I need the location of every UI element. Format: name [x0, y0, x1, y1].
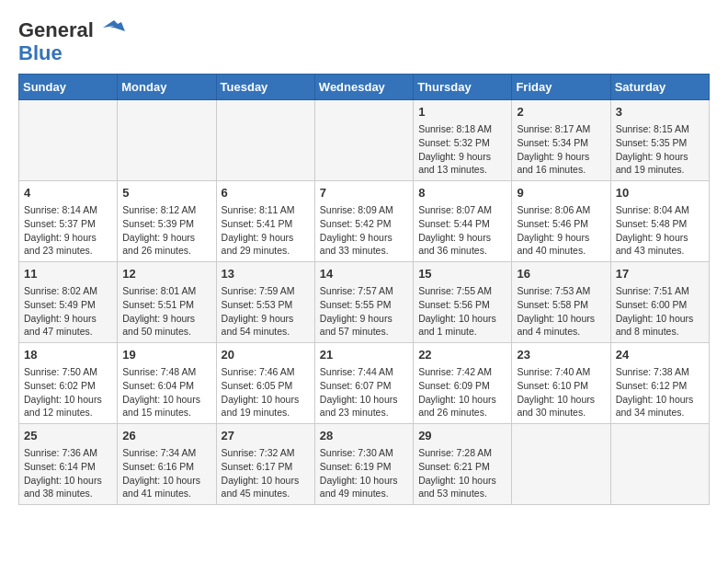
- day-content: Sunrise: 8:12 AM Sunset: 5:39 PM Dayligh…: [122, 203, 210, 258]
- calendar-week-row: 11Sunrise: 8:02 AM Sunset: 5:49 PM Dayli…: [19, 262, 710, 343]
- day-number: 28: [320, 428, 408, 444]
- day-number: 26: [122, 428, 210, 444]
- day-number: 7: [320, 185, 408, 201]
- day-content: Sunrise: 7:40 AM Sunset: 6:10 PM Dayligh…: [517, 365, 605, 419]
- calendar-cell: [512, 423, 610, 504]
- calendar-cell: [118, 100, 216, 181]
- day-number: 17: [616, 266, 704, 282]
- logo-blue: Blue: [18, 42, 127, 64]
- calendar-cell: [314, 100, 413, 181]
- calendar-cell: 9Sunrise: 8:06 AM Sunset: 5:46 PM Daylig…: [512, 181, 610, 262]
- day-number: 6: [222, 185, 310, 201]
- page-header: General Blue: [18, 18, 710, 64]
- calendar-cell: 11Sunrise: 8:02 AM Sunset: 5:49 PM Dayli…: [19, 262, 118, 343]
- day-content: Sunrise: 8:11 AM Sunset: 5:41 PM Dayligh…: [222, 203, 310, 258]
- day-number: 3: [616, 104, 704, 121]
- day-content: Sunrise: 7:32 AM Sunset: 6:17 PM Dayligh…: [222, 446, 310, 500]
- day-number: 5: [122, 185, 210, 201]
- day-number: 16: [517, 266, 605, 282]
- day-number: 24: [616, 347, 704, 363]
- day-number: 9: [517, 185, 605, 201]
- day-header-friday: Friday: [512, 75, 610, 100]
- day-content: Sunrise: 7:38 AM Sunset: 6:12 PM Dayligh…: [616, 365, 704, 419]
- day-content: Sunrise: 7:36 AM Sunset: 6:14 PM Dayligh…: [24, 446, 112, 500]
- day-number: 4: [24, 185, 112, 201]
- day-number: 18: [24, 347, 112, 363]
- calendar-header-row: SundayMondayTuesdayWednesdayThursdayFrid…: [19, 75, 710, 100]
- day-number: 20: [222, 347, 310, 363]
- day-content: Sunrise: 7:51 AM Sunset: 6:00 PM Dayligh…: [616, 284, 704, 339]
- calendar-cell: 7Sunrise: 8:09 AM Sunset: 5:42 PM Daylig…: [314, 181, 413, 262]
- calendar-week-row: 25Sunrise: 7:36 AM Sunset: 6:14 PM Dayli…: [19, 423, 710, 504]
- day-content: Sunrise: 7:48 AM Sunset: 6:04 PM Dayligh…: [122, 365, 210, 419]
- calendar-cell: 3Sunrise: 8:15 AM Sunset: 5:35 PM Daylig…: [610, 100, 709, 181]
- day-content: Sunrise: 8:15 AM Sunset: 5:35 PM Dayligh…: [616, 122, 704, 177]
- day-header-sunday: Sunday: [19, 75, 118, 100]
- calendar-cell: 13Sunrise: 7:59 AM Sunset: 5:53 PM Dayli…: [216, 262, 314, 343]
- calendar-cell: 19Sunrise: 7:48 AM Sunset: 6:04 PM Dayli…: [118, 343, 216, 424]
- day-header-thursday: Thursday: [414, 75, 512, 100]
- day-content: Sunrise: 7:59 AM Sunset: 5:53 PM Dayligh…: [222, 284, 310, 339]
- calendar-cell: 26Sunrise: 7:34 AM Sunset: 6:16 PM Dayli…: [118, 423, 216, 504]
- day-number: 10: [616, 185, 704, 201]
- day-content: Sunrise: 8:09 AM Sunset: 5:42 PM Dayligh…: [320, 203, 408, 258]
- calendar-cell: 15Sunrise: 7:55 AM Sunset: 5:56 PM Dayli…: [414, 262, 512, 343]
- day-number: 25: [24, 428, 112, 444]
- day-number: 11: [24, 266, 112, 282]
- day-number: 2: [517, 104, 605, 121]
- day-number: 12: [122, 266, 210, 282]
- day-content: Sunrise: 7:44 AM Sunset: 6:07 PM Dayligh…: [320, 365, 408, 419]
- calendar-cell: 25Sunrise: 7:36 AM Sunset: 6:14 PM Dayli…: [19, 423, 118, 504]
- calendar-cell: 4Sunrise: 8:14 AM Sunset: 5:37 PM Daylig…: [19, 181, 118, 262]
- calendar-cell: 23Sunrise: 7:40 AM Sunset: 6:10 PM Dayli…: [512, 343, 610, 424]
- calendar-cell: 12Sunrise: 8:01 AM Sunset: 5:51 PM Dayli…: [118, 262, 216, 343]
- day-number: 1: [418, 104, 506, 121]
- calendar-cell: [216, 100, 314, 181]
- calendar-cell: [19, 100, 118, 181]
- calendar-cell: 2Sunrise: 8:17 AM Sunset: 5:34 PM Daylig…: [512, 100, 610, 181]
- calendar-week-row: 18Sunrise: 7:50 AM Sunset: 6:02 PM Dayli…: [19, 343, 710, 424]
- calendar-table: SundayMondayTuesdayWednesdayThursdayFrid…: [18, 74, 710, 505]
- day-number: 23: [517, 347, 605, 363]
- logo: General Blue: [18, 18, 127, 64]
- day-content: Sunrise: 8:07 AM Sunset: 5:44 PM Dayligh…: [418, 203, 506, 258]
- day-header-monday: Monday: [118, 75, 216, 100]
- day-content: Sunrise: 7:55 AM Sunset: 5:56 PM Dayligh…: [418, 284, 506, 339]
- day-content: Sunrise: 8:02 AM Sunset: 5:49 PM Dayligh…: [24, 284, 112, 339]
- calendar-cell: 28Sunrise: 7:30 AM Sunset: 6:19 PM Dayli…: [314, 423, 413, 504]
- day-content: Sunrise: 7:57 AM Sunset: 5:55 PM Dayligh…: [320, 284, 408, 339]
- calendar-cell: 16Sunrise: 7:53 AM Sunset: 5:58 PM Dayli…: [512, 262, 610, 343]
- day-content: Sunrise: 7:42 AM Sunset: 6:09 PM Dayligh…: [418, 365, 506, 419]
- logo-bird-icon: [96, 18, 125, 42]
- day-header-saturday: Saturday: [610, 75, 709, 100]
- calendar-cell: 24Sunrise: 7:38 AM Sunset: 6:12 PM Dayli…: [610, 343, 709, 424]
- day-number: 15: [418, 266, 506, 282]
- day-content: Sunrise: 7:34 AM Sunset: 6:16 PM Dayligh…: [122, 446, 210, 500]
- day-content: Sunrise: 8:06 AM Sunset: 5:46 PM Dayligh…: [517, 203, 605, 258]
- logo-general: General: [18, 19, 94, 41]
- day-number: 27: [222, 428, 310, 444]
- day-content: Sunrise: 8:17 AM Sunset: 5:34 PM Dayligh…: [517, 122, 605, 177]
- day-header-tuesday: Tuesday: [216, 75, 314, 100]
- day-number: 8: [418, 185, 506, 201]
- calendar-cell: 1Sunrise: 8:18 AM Sunset: 5:32 PM Daylig…: [414, 100, 512, 181]
- day-content: Sunrise: 8:18 AM Sunset: 5:32 PM Dayligh…: [418, 122, 506, 177]
- day-content: Sunrise: 8:14 AM Sunset: 5:37 PM Dayligh…: [24, 203, 112, 258]
- calendar-cell: 6Sunrise: 8:11 AM Sunset: 5:41 PM Daylig…: [216, 181, 314, 262]
- day-number: 29: [418, 428, 506, 444]
- day-header-wednesday: Wednesday: [314, 75, 413, 100]
- day-number: 13: [222, 266, 310, 282]
- calendar-cell: [610, 423, 709, 504]
- calendar-week-row: 4Sunrise: 8:14 AM Sunset: 5:37 PM Daylig…: [19, 181, 710, 262]
- day-number: 22: [418, 347, 506, 363]
- day-content: Sunrise: 7:46 AM Sunset: 6:05 PM Dayligh…: [222, 365, 310, 419]
- day-number: 14: [320, 266, 408, 282]
- calendar-cell: 20Sunrise: 7:46 AM Sunset: 6:05 PM Dayli…: [216, 343, 314, 424]
- calendar-cell: 17Sunrise: 7:51 AM Sunset: 6:00 PM Dayli…: [610, 262, 709, 343]
- day-content: Sunrise: 8:04 AM Sunset: 5:48 PM Dayligh…: [616, 203, 704, 258]
- day-content: Sunrise: 7:50 AM Sunset: 6:02 PM Dayligh…: [24, 365, 112, 419]
- calendar-week-row: 1Sunrise: 8:18 AM Sunset: 5:32 PM Daylig…: [19, 100, 710, 181]
- day-number: 19: [122, 347, 210, 363]
- calendar-cell: 8Sunrise: 8:07 AM Sunset: 5:44 PM Daylig…: [414, 181, 512, 262]
- day-number: 21: [320, 347, 408, 363]
